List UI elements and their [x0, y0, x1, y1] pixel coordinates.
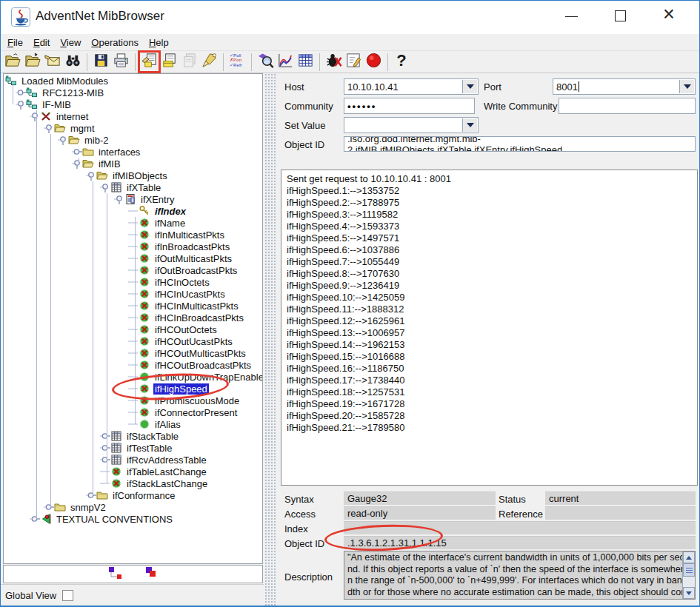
tree-expanded-handle[interactable] [58, 134, 68, 146]
scrollbar-thumb[interactable] [683, 563, 695, 577]
tree-node-ifmibobjects[interactable]: ifMIBObjects [4, 170, 169, 181]
tree-expanded-handle[interactable] [100, 181, 110, 193]
community-field[interactable]: •••••• [344, 98, 475, 114]
tree-expanded-handle[interactable] [16, 98, 26, 110]
open-mib-button[interactable] [24, 53, 42, 71]
tree-node-ifconformance[interactable]: ifConformance [4, 489, 177, 501]
snmp-get-button[interactable] [140, 53, 159, 71]
set-value-dropdown-button[interactable] [462, 118, 477, 132]
toolbar-separator [87, 53, 87, 71]
tree-node-textual-conventions[interactable]: TEXTUAL CONVENTIONS [4, 513, 174, 525]
tree-collapsed-handle[interactable] [100, 454, 110, 466]
tree-collapsed-handle[interactable] [100, 430, 110, 442]
minimize-button[interactable] [554, 1, 588, 30]
snmp-parameters-button[interactable]: ✓Poll✗Port✓Refr [228, 53, 247, 71]
snmp-getnext-button[interactable] [160, 53, 179, 71]
description-box[interactable]: "An estimate of the interface's current … [344, 551, 696, 600]
stop-button[interactable] [364, 53, 383, 71]
split-divider[interactable] [264, 73, 276, 607]
snmp-set-button[interactable] [200, 53, 219, 71]
tree-node-interfaces[interactable]: interfaces [4, 146, 141, 158]
tree-node-iftesttable[interactable]: ifTestTable [4, 442, 173, 454]
mib-view-button[interactable] [256, 53, 275, 71]
tree-node-label: ifStackTable [125, 431, 180, 442]
tree-expanded-handle[interactable] [72, 158, 82, 170]
host-dropdown-button[interactable] [462, 80, 477, 93]
tree-node-internet[interactable]: internet [4, 110, 90, 122]
scroll-up-button[interactable] [683, 551, 695, 563]
tree-collapsed-handle[interactable] [16, 87, 26, 98]
tree-collapsed-handle[interactable] [72, 146, 82, 158]
tree-node-ifhcinucastpkts[interactable]: ifHCInUcastPkts [4, 288, 227, 300]
menu-item-view[interactable]: View [55, 36, 86, 50]
tree-node-mib-2[interactable]: mib-2 [4, 134, 110, 146]
debug-button[interactable] [324, 53, 343, 71]
tree-guide-line [13, 85, 13, 104]
tree-node-ifmib[interactable]: ifMIB [4, 158, 122, 170]
tree-expanded-handle[interactable] [86, 170, 96, 181]
tree-collapsed-handle[interactable] [44, 501, 54, 513]
tree-node-iflinkupdowntrapenable[interactable]: ifLinkUpDownTrapEnable [4, 371, 263, 383]
menu-bar: FileEditViewOperationsHelp [1, 34, 699, 51]
print-button[interactable] [112, 53, 130, 71]
result-display[interactable]: Sent get request to 10.10.10.41 : 8001if… [281, 170, 698, 486]
scroll-down-button[interactable] [683, 587, 695, 599]
find-node-button[interactable] [64, 53, 82, 71]
tree-expanded-handle[interactable] [44, 122, 54, 134]
maximize-button[interactable] [604, 1, 638, 30]
tree-node-label: ifMIB [97, 158, 122, 170]
menu-item-operations[interactable]: Operations [86, 36, 144, 50]
tree-collapsed-handle[interactable] [100, 442, 110, 454]
tree-node-loaded-mibmodules[interactable]: Loaded MibModules [4, 75, 110, 87]
save-button[interactable] [92, 53, 110, 71]
graph-button[interactable] [276, 53, 295, 71]
mib-tree[interactable]: Loaded MibModulesRFC1213-MIBIF-MIBintern… [3, 73, 263, 564]
menu-item-edit[interactable]: Edit [28, 36, 55, 50]
tree-collapsed-handle[interactable] [30, 513, 40, 525]
port-dropdown-button[interactable] [679, 80, 694, 93]
tree-node-ifxentry[interactable]: ifXEntry [4, 193, 176, 205]
snmp-table-button[interactable] [296, 53, 315, 71]
help-button[interactable]: ? [393, 53, 411, 71]
tree-node-ifconnectorpresent[interactable]: ifConnectorPresent [4, 406, 239, 418]
description-line: "An estimate of the interface's current … [347, 552, 680, 564]
menu-item-help[interactable]: Help [144, 36, 174, 50]
tree-node-rfc1213-mib[interactable]: RFC1213-MIB [4, 87, 105, 98]
tree-node-ifname[interactable]: ifName [4, 217, 187, 229]
load-mib-button[interactable] [4, 53, 22, 71]
tree-node-ifrcvaddresstable[interactable]: ifRcvAddressTable [4, 454, 208, 466]
tree-node-if-mib[interactable]: IF-MIB [4, 98, 73, 110]
tree-node-ifpromiscuousmode[interactable]: ifPromiscuousMode [4, 395, 241, 406]
tree-node-snmpv2[interactable]: snmpV2 [4, 501, 107, 513]
tree-node-ifhcinmulticastpkts[interactable]: ifHCInMulticastPkts [4, 300, 240, 312]
tree-collapsed-handle[interactable] [86, 489, 96, 501]
tree-node-mgmt[interactable]: mgmt [4, 122, 96, 134]
host-combo[interactable]: 10.10.10.41 [344, 78, 479, 95]
tree-node-iftablelastchange[interactable]: ifTableLastChange [4, 466, 208, 477]
tree-expanded-handle[interactable] [114, 193, 124, 205]
port-combo[interactable]: 8001 [553, 78, 696, 95]
set-value-combo[interactable] [344, 117, 479, 133]
menu-item-file[interactable]: File [2, 36, 28, 50]
tree-expanded-handle[interactable] [30, 110, 40, 122]
tree-node-ifhcoutmulticastpkts[interactable]: ifHCOutMulticastPkts [4, 347, 247, 359]
description-scrollbar[interactable] [682, 551, 695, 599]
tree-node-ifxtable[interactable]: ifXTable [4, 181, 162, 193]
object-id-field[interactable]: .iso.org.dod.internet.mgmt.mib-2.ifMIB.i… [344, 136, 696, 152]
tree-node-ifoutbroadcastpkts[interactable]: ifOutBroadcastPkts [4, 264, 239, 276]
tree-node-ifhcoutbroadcastpkts[interactable]: ifHCOutBroadcastPkts [4, 359, 253, 371]
tree-node-ifoutmulticastpkts[interactable]: ifOutMulticastPkts [4, 252, 233, 264]
close-button[interactable]: × [656, 1, 690, 30]
tree-node-ifindex[interactable]: ifIndex [4, 205, 187, 217]
tree-node-ifhcinbroadcastpkts[interactable]: ifHCInBroadcastPkts [4, 312, 245, 323]
tree-node-label: ifHCOutMulticastPkts [153, 348, 247, 359]
tree-node-ifhcoutucastpkts[interactable]: ifHCOutUcastPkts [4, 335, 234, 347]
load-module-button[interactable] [44, 53, 62, 71]
result-line: ifHighSpeed.1:-->1353752 [287, 185, 697, 197]
global-view-checkbox[interactable] [62, 590, 73, 601]
write-community-field[interactable] [559, 98, 696, 114]
mib-editor-button[interactable] [344, 53, 363, 71]
tree-overlap-icon[interactable] [143, 566, 159, 583]
tree-node-ifinbroadcastpkts[interactable]: ifInBroadcastPkts [4, 241, 231, 252]
tree-layout-icon[interactable] [107, 566, 124, 583]
